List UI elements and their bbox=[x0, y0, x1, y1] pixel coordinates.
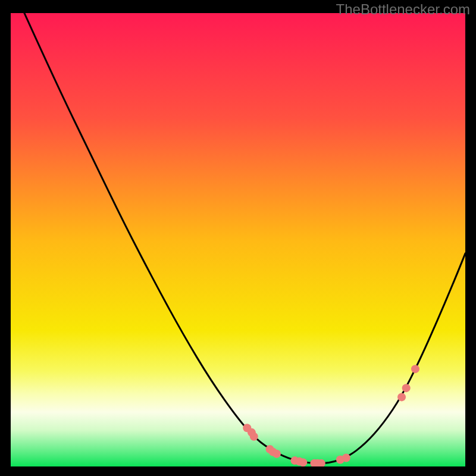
data-point bbox=[273, 450, 281, 458]
watermark-text: TheBottlenecker.com bbox=[336, 1, 470, 18]
data-point bbox=[250, 433, 258, 441]
gradient-background bbox=[11, 13, 465, 466]
data-point bbox=[402, 384, 411, 392]
data-point bbox=[411, 365, 419, 373]
data-point bbox=[342, 454, 350, 462]
chart-svg bbox=[11, 13, 465, 466]
chart-frame: TheBottlenecker.com bbox=[0, 0, 476, 476]
data-point bbox=[299, 458, 307, 466]
data-point bbox=[397, 393, 406, 401]
plot-area bbox=[11, 13, 465, 466]
